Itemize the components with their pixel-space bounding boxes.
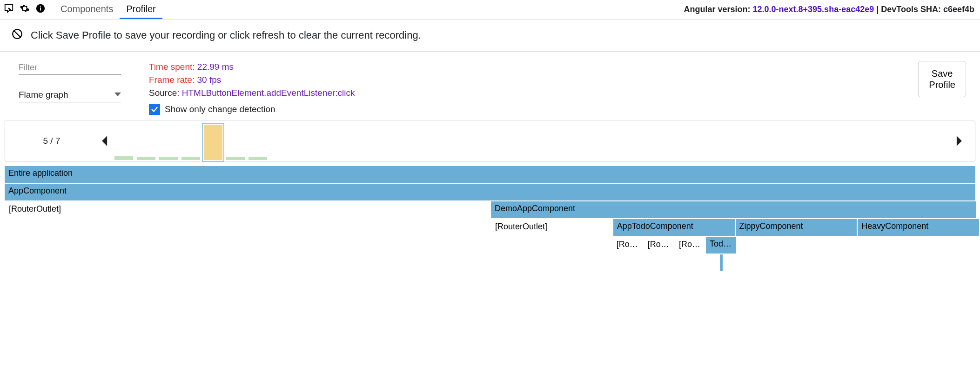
- flame-cell-router-outlet-trunc[interactable]: [Ro…: [675, 237, 705, 254]
- source-value: HTMLButtonElement.addEventListener:click: [182, 88, 355, 98]
- left-controls-column: Flame graph: [19, 61, 130, 102]
- save-profile-button[interactable]: Save Profile: [918, 61, 966, 97]
- angular-version-label: Angular version:: [684, 5, 752, 14]
- flame-cell-app-component[interactable]: AppComponent: [5, 184, 975, 200]
- change-detection-checkbox[interactable]: [149, 104, 160, 115]
- flame-cell-todos-trunc[interactable]: Tod…: [706, 237, 736, 254]
- version-info: Angular version: 12.0.0-next.8+395.sha-e…: [684, 5, 974, 14]
- svg-rect-1: [40, 7, 41, 10]
- flame-cell-demo-app[interactable]: DemoAppComponent: [491, 201, 976, 218]
- frame-barchart: 5 / 7: [5, 120, 975, 161]
- header-tabs: Components Profiler: [54, 0, 162, 19]
- flame-row: [5, 254, 975, 271]
- info-message-bar: Click Save Profile to save your recordin…: [0, 20, 980, 52]
- time-spent-label: Time spent:: [149, 62, 197, 72]
- source-row: Source: HTMLButtonElement.addEventListen…: [149, 88, 355, 98]
- devtools-sha-value: c6eef4b: [943, 5, 974, 14]
- frame-bar[interactable]: [159, 157, 178, 160]
- flame-cell-router-outlet[interactable]: [RouterOutlet]: [5, 201, 490, 218]
- frame-bar[interactable]: [248, 157, 267, 160]
- flame-cell-router-outlet[interactable]: [RouterOutlet]: [491, 219, 612, 236]
- time-spent-value: 22.99 ms: [197, 62, 234, 72]
- frame-rate-row: Frame rate: 30 fps: [149, 75, 355, 85]
- frame-bar[interactable]: [137, 157, 155, 160]
- view-mode-select[interactable]: Flame graph: [19, 88, 121, 102]
- frame-bar[interactable]: [114, 156, 133, 160]
- flame-cell-tiny[interactable]: [720, 254, 723, 271]
- frame-bar-selected[interactable]: [204, 125, 222, 160]
- frame-page-current: 5: [43, 136, 48, 146]
- frame-rate-value: 30 fps: [197, 75, 221, 85]
- flame-row: [Ro… [Ro… [Ro… Tod…: [5, 237, 975, 254]
- controls-row: Flame graph Time spent: 22.99 ms Frame r…: [0, 52, 980, 117]
- change-detection-toggle-row: Show only change detection: [149, 104, 355, 115]
- angular-version-link[interactable]: 12.0.0-next.8+395.sha-eac42e9: [753, 5, 874, 14]
- flame-cell-app-todo[interactable]: AppTodoComponent: [613, 219, 735, 236]
- chevron-down-icon: [114, 90, 121, 100]
- frame-prev-button[interactable]: [98, 136, 112, 146]
- no-recording-icon: [11, 28, 23, 43]
- flame-cell-zippy[interactable]: ZippyComponent: [736, 219, 857, 236]
- frame-next-button[interactable]: [952, 136, 966, 146]
- frame-page-indicator: 5 / 7: [5, 136, 98, 146]
- flame-row: [RouterOutlet] DemoAppComponent: [5, 201, 975, 218]
- filter-input[interactable]: [19, 61, 121, 75]
- frame-bar[interactable]: [181, 157, 200, 160]
- view-mode-value: Flame graph: [19, 90, 68, 100]
- flame-cell-router-outlet-trunc[interactable]: [Ro…: [644, 237, 674, 254]
- tab-components[interactable]: Components: [54, 0, 120, 19]
- flame-cell-entire-application[interactable]: Entire application: [5, 166, 975, 183]
- flame-cell-router-outlet-trunc[interactable]: [Ro…: [612, 237, 643, 254]
- frame-page-total: 7: [55, 136, 60, 146]
- info-icon[interactable]: [35, 3, 46, 16]
- change-detection-label: Show only change detection: [165, 104, 275, 114]
- inspect-icon[interactable]: [4, 3, 14, 16]
- time-spent-row: Time spent: 22.99 ms: [149, 62, 355, 72]
- source-label: Source:: [149, 88, 182, 98]
- frame-bar[interactable]: [226, 157, 245, 160]
- svg-line-4: [13, 30, 20, 37]
- gear-icon[interactable]: [20, 3, 30, 16]
- info-message-text: Click Save Profile to save your recordin…: [31, 29, 421, 41]
- frame-bars-container: [112, 121, 947, 161]
- header-icon-group: [4, 3, 51, 16]
- flame-cell-heavy[interactable]: HeavyComponent: [858, 219, 979, 236]
- flame-row: [RouterOutlet] AppTodoComponent ZippyCom…: [5, 219, 975, 236]
- devtools-sha-label: | DevTools SHA:: [874, 5, 943, 14]
- stats-column: Time spent: 22.99 ms Frame rate: 30 fps …: [149, 61, 355, 115]
- flame-graph: Entire application AppComponent [RouterO…: [0, 163, 980, 281]
- flame-row: Entire application: [5, 166, 975, 183]
- frame-rate-label: Frame rate:: [149, 75, 197, 85]
- app-header: Components Profiler Angular version: 12.…: [0, 0, 980, 20]
- svg-rect-2: [40, 6, 41, 7]
- flame-row: AppComponent: [5, 184, 975, 200]
- tab-profiler[interactable]: Profiler: [120, 0, 162, 19]
